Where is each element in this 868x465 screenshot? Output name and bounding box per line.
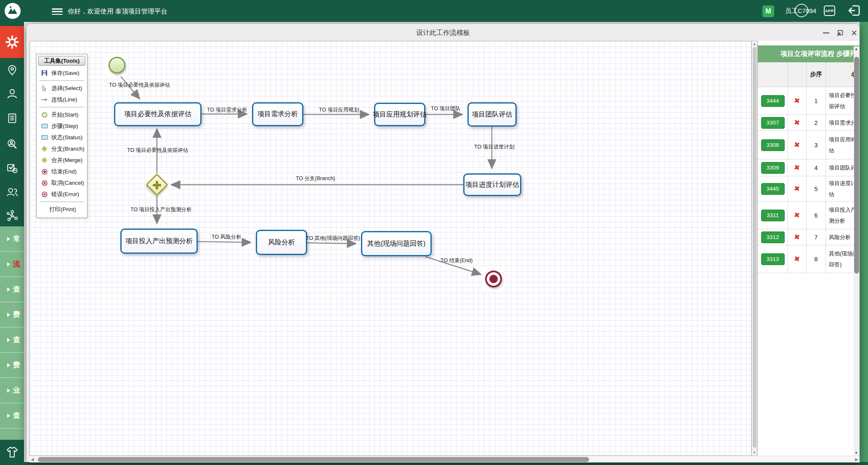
chevron-right-icon: [7, 287, 10, 292]
sidebar-item-network[interactable]: [0, 210, 24, 222]
tool-print[interactable]: 打印(Print): [37, 204, 87, 215]
sidebar-footer[interactable]: [0, 440, 24, 465]
delete-icon[interactable]: ✖: [794, 140, 801, 150]
sidebar-item-feiyong2[interactable]: 费: [0, 353, 24, 378]
sidebar-item-changyong[interactable]: 常: [0, 226, 24, 252]
tool-start[interactable]: 开始(Start): [37, 109, 87, 120]
node-requirement[interactable]: 项目需求分析: [252, 102, 303, 126]
delete-icon[interactable]: ✖: [794, 163, 801, 173]
node-risk[interactable]: 风险分析: [256, 230, 307, 255]
top-bar: 你好，欢迎使用 泰顶项目管理平台 M 员工C7094 APP: [0, 0, 868, 22]
user-name[interactable]: 员工C7094: [785, 7, 816, 15]
scrollbar-thumb[interactable]: [753, 47, 757, 448]
sidebar-item-liucheng-active[interactable]: 流: [0, 252, 24, 277]
node-necessity[interactable]: 项目必要性及依据评估: [114, 102, 202, 126]
node-other[interactable]: 其他(现场问题回答): [361, 231, 432, 256]
end-circle-icon: [41, 169, 48, 175]
close-icon[interactable]: ✕: [850, 29, 858, 37]
step-id-button[interactable]: 3444: [761, 95, 785, 107]
tool-cancel[interactable]: 取消(Cancel): [37, 177, 87, 189]
step-id-button[interactable]: 3307: [761, 117, 785, 129]
panel-vertical-scrollbar[interactable]: ▲ ▼: [854, 46, 860, 456]
person-icon: [6, 88, 19, 100]
chevron-right-icon: [7, 262, 10, 266]
scroll-left-icon[interactable]: ◀: [31, 457, 34, 462]
sidebar-item-team[interactable]: [0, 186, 24, 199]
edge-investment-to-risk[interactable]: [198, 242, 251, 242]
scrollbar-thumb[interactable]: [854, 57, 859, 274]
scroll-right-icon[interactable]: ▶: [855, 457, 858, 462]
step-id-button[interactable]: 3312: [761, 231, 785, 243]
delete-icon[interactable]: ✖: [794, 254, 801, 264]
tool-error[interactable]: 错误(Error): [37, 189, 87, 200]
sidebar-item-search-user[interactable]: [0, 138, 24, 151]
tool-status[interactable]: 状态(Status): [37, 132, 87, 143]
step-rect-icon: [41, 124, 48, 128]
scroll-up-icon[interactable]: ▲: [854, 47, 859, 51]
minimize-button[interactable]: [822, 29, 830, 37]
step-id-button[interactable]: 3313: [761, 253, 785, 265]
check-task-icon: [6, 162, 19, 175]
step-id-button[interactable]: 3445: [761, 183, 785, 195]
tool-save[interactable]: 保存(Save): [37, 67, 87, 79]
tools-panel-header[interactable]: 工具集(Tools): [38, 56, 85, 66]
canvas-vertical-scrollbar[interactable]: ▲ ▼: [751, 41, 757, 456]
delete-icon[interactable]: ✖: [794, 118, 801, 128]
scroll-up-icon[interactable]: ▲: [752, 42, 757, 46]
sidebar-item-chaxun3[interactable]: 查: [0, 403, 24, 428]
tool-end[interactable]: 结束(End): [37, 166, 87, 177]
step-id-button[interactable]: 3311: [761, 210, 785, 221]
table-header-row: 步序 名称: [758, 62, 860, 87]
sidebar-item-approval[interactable]: [0, 162, 24, 175]
edge-label: TO 风险分析: [212, 234, 242, 241]
sidebar-item-yewu[interactable]: 业: [0, 378, 24, 403]
sidebar-item-document[interactable]: [0, 112, 24, 125]
maximize-button[interactable]: [836, 29, 844, 37]
scroll-down-icon[interactable]: ▼: [752, 451, 757, 454]
sidebar-item-user[interactable]: [0, 88, 24, 100]
tool-branch[interactable]: 分支(Branch): [37, 143, 87, 154]
divider: [40, 80, 84, 81]
workflow-canvas[interactable]: 项目必要性及依据评估 项目需求分析 项目应用规划评估 项目团队评估 项目进度计划…: [29, 41, 751, 456]
node-schedule[interactable]: 项目进度计划评估: [463, 173, 521, 196]
tool-line[interactable]: 连线(Line): [37, 94, 87, 105]
step-id-button[interactable]: 3308: [761, 139, 785, 151]
dialog-titlebar[interactable]: 设计此工作流模板 ✕: [27, 24, 860, 41]
message-badge[interactable]: M: [762, 5, 774, 17]
gear-icon: [5, 35, 19, 49]
node-team[interactable]: 项目团队评估: [467, 102, 517, 127]
delete-icon[interactable]: ✖: [794, 184, 801, 194]
tool-merge[interactable]: 合并(Merge): [37, 154, 87, 166]
sidebar-item-chaxun[interactable]: 查: [0, 277, 24, 302]
sidebar-item-feiyong[interactable]: 费: [0, 302, 24, 327]
delete-icon[interactable]: ✖: [794, 96, 801, 106]
edge-label: TO 结束(End): [441, 257, 472, 264]
tool-select[interactable]: 选择(Select): [37, 82, 87, 94]
sidebar-item-settings-active[interactable]: [0, 26, 24, 58]
start-node[interactable]: [109, 57, 125, 74]
table-row: 3444 ✖ 1 项目必要性及依据评估: [758, 87, 860, 115]
end-node[interactable]: [485, 271, 502, 287]
tool-step[interactable]: 步骤(Step): [37, 120, 87, 132]
scrollbar-thumb[interactable]: [38, 457, 589, 462]
dialog-title: 设计此工作流模板: [27, 29, 860, 37]
mountain-shape: [8, 8, 17, 14]
hamburger-menu-icon[interactable]: [52, 8, 63, 15]
app-download-icon[interactable]: APP: [824, 5, 835, 16]
sidebar-item-chaxun2[interactable]: 查: [0, 327, 24, 353]
table-row: 3307 ✖ 2 项目需求分析: [758, 115, 860, 131]
edge-risk-to-other[interactable]: [307, 243, 356, 244]
steps-panel: 项目立项评审流程 步骤列表 步序 名称 3444 ✖ 1 项目必要性及依据评估 …: [757, 41, 860, 456]
canvas-horizontal-scrollbar[interactable]: ◀ ▶: [29, 456, 860, 462]
node-application[interactable]: 项目应用规划评估: [374, 103, 425, 126]
delete-icon[interactable]: ✖: [794, 232, 801, 242]
delete-icon[interactable]: ✖: [794, 210, 801, 220]
scroll-down-icon[interactable]: ▼: [854, 451, 859, 455]
step-id-button[interactable]: 3309: [761, 162, 785, 174]
edge-label: TO 项目必要性及依据评估: [109, 82, 170, 89]
table-row: 3309 ✖ 4 项目团队评估: [758, 159, 860, 176]
logout-icon[interactable]: [847, 4, 861, 19]
node-investment[interactable]: 项目投入产出预测分析: [120, 229, 198, 254]
sidebar-item-location[interactable]: [0, 64, 24, 77]
start-circle-icon: [41, 112, 48, 118]
